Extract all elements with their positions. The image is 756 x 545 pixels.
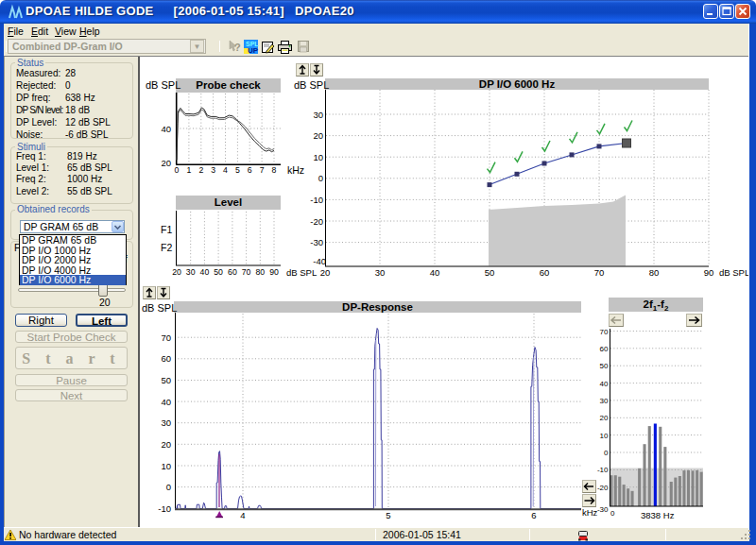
- svg-text:4: 4: [240, 510, 245, 520]
- svg-text:90: 90: [269, 267, 279, 277]
- svg-text:30: 30: [600, 397, 609, 405]
- svg-text:60: 60: [540, 267, 550, 278]
- svg-text:-40: -40: [313, 256, 326, 266]
- svg-text:50: 50: [214, 267, 223, 277]
- svg-text:60: 60: [161, 353, 171, 364]
- svg-text:2: 2: [198, 165, 203, 175]
- svg-text:-10: -10: [597, 466, 609, 474]
- svg-text:20: 20: [172, 267, 181, 277]
- svg-text:50: 50: [485, 267, 495, 278]
- svg-text:40: 40: [430, 267, 440, 278]
- svg-text:dB SPL: dB SPL: [286, 267, 317, 278]
- svg-text:0: 0: [318, 173, 323, 183]
- svg-text:4: 4: [223, 165, 228, 175]
- svg-text:10: 10: [161, 461, 171, 471]
- svg-text:20: 20: [161, 439, 171, 450]
- svg-text:80: 80: [255, 267, 265, 277]
- svg-text:7: 7: [260, 165, 265, 175]
- svg-text:30: 30: [161, 417, 171, 428]
- svg-text:20: 20: [320, 267, 331, 278]
- svg-text:70: 70: [242, 267, 251, 277]
- svg-text:UP: UP: [248, 46, 259, 55]
- svg-text:8: 8: [272, 165, 277, 175]
- svg-text:5: 5: [235, 165, 240, 175]
- svg-text:6: 6: [248, 165, 252, 175]
- svg-text:30: 30: [186, 267, 196, 277]
- svg-text:40: 40: [161, 397, 171, 407]
- svg-text:dB SPL: dB SPL: [719, 267, 748, 278]
- svg-text:40: 40: [161, 124, 171, 134]
- svg-text:10: 10: [313, 152, 323, 162]
- svg-text:-20: -20: [597, 484, 609, 492]
- svg-text:40: 40: [600, 380, 609, 388]
- svg-text:20: 20: [600, 414, 609, 422]
- svg-text:3: 3: [211, 165, 215, 175]
- svg-text:70: 70: [600, 328, 609, 336]
- svg-text:60: 60: [600, 345, 609, 353]
- svg-text:kHz: kHz: [582, 507, 598, 518]
- svg-text:1: 1: [186, 165, 191, 175]
- svg-text:0: 0: [166, 482, 171, 492]
- svg-text:20: 20: [313, 130, 323, 141]
- svg-text:F1: F1: [161, 224, 172, 235]
- svg-text:3838 Hz: 3838 Hz: [641, 510, 675, 520]
- svg-text:-10: -10: [158, 503, 171, 514]
- svg-text:50: 50: [161, 375, 171, 385]
- svg-text:90: 90: [704, 267, 714, 278]
- svg-text:-30: -30: [597, 505, 609, 514]
- svg-text:30: 30: [375, 267, 386, 278]
- svg-text:40: 40: [200, 267, 210, 277]
- svg-text:70: 70: [161, 332, 171, 343]
- svg-text:0: 0: [610, 509, 615, 518]
- svg-text:5: 5: [386, 510, 390, 520]
- svg-text:-30: -30: [310, 237, 323, 247]
- svg-text:60: 60: [228, 267, 237, 277]
- svg-text:kHz: kHz: [287, 164, 304, 176]
- svg-text:20: 20: [161, 158, 171, 168]
- svg-text:10: 10: [600, 432, 609, 440]
- svg-text:0: 0: [175, 165, 180, 175]
- svg-text:F2: F2: [161, 242, 172, 253]
- svg-text:70: 70: [594, 267, 605, 278]
- svg-text:-20: -20: [310, 216, 323, 227]
- svg-text:0: 0: [604, 449, 609, 457]
- svg-text:30: 30: [313, 110, 323, 120]
- svg-text:80: 80: [649, 267, 660, 278]
- svg-text:50: 50: [600, 362, 609, 370]
- svg-text:6: 6: [531, 510, 536, 520]
- svg-text:-10: -10: [310, 195, 323, 205]
- svg-text:?: ?: [234, 42, 241, 53]
